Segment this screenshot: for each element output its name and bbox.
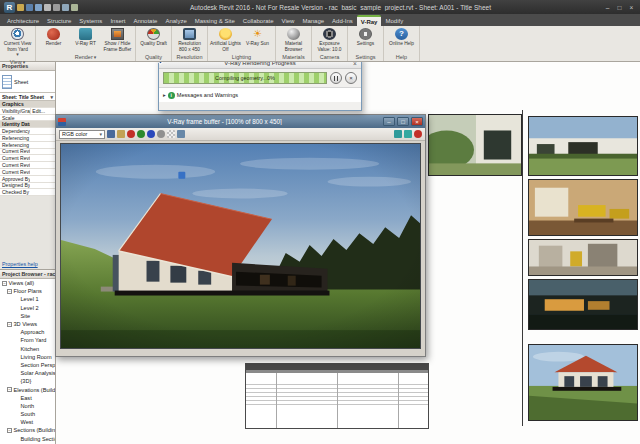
property-row[interactable]: Checked By bbox=[0, 189, 55, 196]
render-button[interactable]: Render bbox=[38, 27, 69, 53]
resolution-button[interactable]: Resolution 800 x 450 bbox=[174, 27, 205, 53]
ribbon-tab[interactable]: Collaborate bbox=[239, 15, 278, 26]
vray-rt-button[interactable]: V-Ray RT bbox=[70, 27, 101, 53]
type-selector[interactable]: Sheet bbox=[0, 71, 55, 93]
tree-expander-icon[interactable]: − bbox=[7, 428, 12, 433]
tree-item[interactable]: North bbox=[0, 402, 55, 410]
tree-item[interactable]: Solar Analysis bbox=[0, 369, 55, 377]
property-value[interactable]: Edit... bbox=[30, 108, 55, 114]
messages-and-warnings-row[interactable]: ▸ i Messages and Warnings bbox=[159, 87, 361, 102]
maximize-icon[interactable]: □ bbox=[615, 2, 624, 13]
property-row[interactable]: Referencing De... bbox=[0, 142, 55, 149]
tree-item[interactable]: − Sections (Building Section) bbox=[0, 426, 55, 434]
property-row[interactable]: Identity Data bbox=[0, 121, 55, 128]
minimize-icon[interactable]: – bbox=[603, 2, 612, 13]
tree-item[interactable]: Level 2 bbox=[0, 304, 55, 312]
pause-button[interactable] bbox=[330, 72, 342, 84]
online-help-button[interactable]: ? Online Help bbox=[386, 27, 417, 53]
ribbon-tab[interactable]: Modify bbox=[381, 15, 407, 26]
minimize-icon[interactable]: – bbox=[383, 117, 395, 126]
property-row[interactable]: Current Revisio... bbox=[0, 149, 55, 156]
properties-help-link[interactable]: Properties help bbox=[0, 259, 55, 269]
tree-item[interactable]: Living Room bbox=[0, 353, 55, 361]
undo-icon[interactable] bbox=[44, 4, 51, 11]
tree-item[interactable]: − Elevations (Building Elevation) bbox=[0, 385, 55, 393]
sync-icon[interactable] bbox=[35, 4, 42, 11]
settings-button[interactable]: Settings bbox=[350, 27, 381, 53]
tree-item[interactable]: West bbox=[0, 418, 55, 426]
property-row[interactable]: Dependency bbox=[0, 128, 55, 135]
stop-render-icon[interactable] bbox=[414, 130, 422, 138]
current-view-button[interactable]: Current View from Yard ▾ bbox=[2, 27, 33, 58]
close-icon[interactable]: × bbox=[627, 2, 636, 13]
tree-expander-icon[interactable]: − bbox=[7, 387, 12, 392]
image-info-icon[interactable] bbox=[177, 130, 185, 138]
tree-item[interactable]: Building Section bbox=[0, 435, 55, 443]
tree-item[interactable]: − 3D Views bbox=[0, 320, 55, 328]
tree-expander-icon[interactable]: − bbox=[7, 289, 12, 294]
property-row[interactable]: Graphics bbox=[0, 101, 55, 108]
ribbon-tab[interactable]: View bbox=[278, 15, 299, 26]
property-row[interactable]: Designed By bbox=[0, 183, 55, 190]
ribbon-tab[interactable]: Manage bbox=[298, 15, 328, 26]
ribbon-tab[interactable]: Systems bbox=[75, 15, 106, 26]
tree-item[interactable]: From Yard bbox=[0, 336, 55, 344]
material-browser-button[interactable]: Material Browser bbox=[278, 27, 309, 53]
title-bar[interactable]: R Autodesk Revit 2016 - Not For Resale V… bbox=[0, 0, 640, 14]
instance-selector[interactable]: Sheet: Title Sheet ▾ bbox=[0, 93, 55, 101]
tree-item[interactable]: South bbox=[0, 410, 55, 418]
open-icon[interactable] bbox=[17, 4, 24, 11]
green-channel-icon[interactable] bbox=[137, 130, 145, 138]
quality-draft-button[interactable]: Quality Draft bbox=[138, 27, 169, 53]
tree-item[interactable]: − Floor Plans bbox=[0, 287, 55, 295]
tree-item[interactable]: {3D} bbox=[0, 377, 55, 385]
artificial-lights-button[interactable]: Artificial Lights Off bbox=[210, 27, 241, 53]
tree-item[interactable]: East bbox=[0, 394, 55, 402]
tree-item[interactable]: − Views (all) bbox=[0, 279, 55, 287]
save-image-icon[interactable] bbox=[107, 130, 115, 138]
blue-channel-icon[interactable] bbox=[147, 130, 155, 138]
red-channel-icon[interactable] bbox=[127, 130, 135, 138]
property-row[interactable]: Approved By bbox=[0, 176, 55, 183]
maximize-icon[interactable]: □ bbox=[397, 117, 409, 126]
region-render-icon[interactable] bbox=[394, 130, 402, 138]
close-icon[interactable]: × bbox=[411, 117, 423, 126]
property-row[interactable]: Referencing Sh... bbox=[0, 135, 55, 142]
alpha-channel-icon[interactable] bbox=[167, 130, 175, 138]
ribbon-tab[interactable]: Massing & Site bbox=[191, 15, 239, 26]
monochrome-icon[interactable] bbox=[157, 130, 165, 138]
load-image-icon[interactable] bbox=[117, 130, 125, 138]
revit-app-menu-icon[interactable]: R bbox=[4, 2, 15, 13]
tree-item[interactable]: Level 1 bbox=[0, 295, 55, 303]
tree-item[interactable]: Kitchen bbox=[0, 345, 55, 353]
ribbon-tab[interactable]: Structure bbox=[43, 15, 75, 26]
group-label-render[interactable]: Render ▾ bbox=[36, 53, 135, 61]
stop-button[interactable]: × bbox=[345, 72, 357, 84]
group-label-view[interactable]: View ▾ bbox=[0, 58, 35, 66]
expander-icon[interactable]: ▸ bbox=[163, 92, 166, 98]
frame-buffer-title-bar[interactable]: V-Ray frame buffer - [100% of 800 x 450]… bbox=[56, 115, 425, 128]
track-mouse-icon[interactable] bbox=[404, 130, 412, 138]
measure-icon[interactable] bbox=[71, 4, 78, 11]
exposure-value-button[interactable]: Exposure Value: 10.0 bbox=[314, 27, 345, 53]
ribbon-tab[interactable]: Analyze bbox=[161, 15, 190, 26]
property-row[interactable]: Current Revisio... bbox=[0, 155, 55, 162]
tree-expander-icon[interactable]: − bbox=[2, 281, 7, 286]
tree-item[interactable]: Approach bbox=[0, 328, 55, 336]
ribbon-tab[interactable]: Annotate bbox=[129, 15, 161, 26]
tree-item[interactable]: Section Perspective bbox=[0, 361, 55, 369]
tree-expander-icon[interactable]: − bbox=[7, 322, 12, 327]
print-icon[interactable] bbox=[62, 4, 69, 11]
ribbon-tab[interactable]: Architecture bbox=[3, 15, 43, 26]
ribbon-tab[interactable]: V-Ray bbox=[357, 15, 382, 26]
property-row[interactable]: Scale bbox=[0, 115, 55, 122]
property-row[interactable]: Visibility/Graph... Edit... bbox=[0, 108, 55, 115]
vray-sun-button[interactable]: ☀ V-Ray Sun bbox=[242, 27, 273, 53]
show-hide-frame-buffer-button[interactable]: Show / Hide Frame Buffer bbox=[102, 27, 133, 53]
tree-item[interactable]: Site bbox=[0, 312, 55, 320]
property-row[interactable]: Current Revisio... bbox=[0, 169, 55, 176]
save-icon[interactable] bbox=[26, 4, 33, 11]
ribbon-tab[interactable]: Add-Ins bbox=[328, 15, 357, 26]
property-row[interactable]: Current Revisio... bbox=[0, 162, 55, 169]
redo-icon[interactable] bbox=[53, 4, 60, 11]
